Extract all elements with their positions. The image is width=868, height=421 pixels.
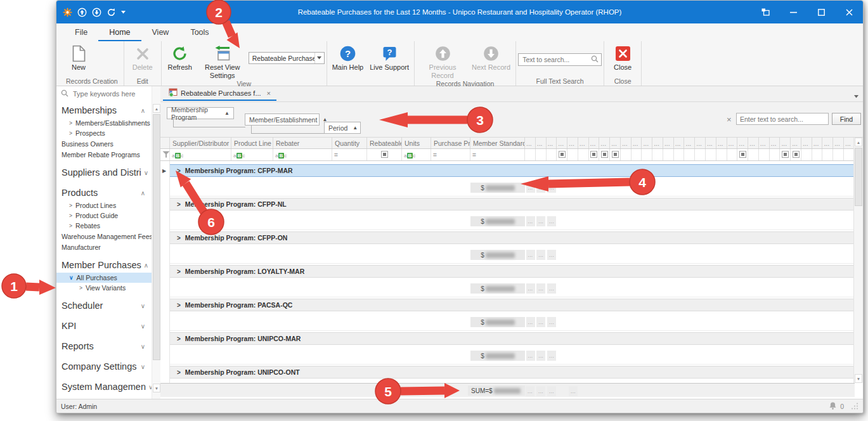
filter-cell-narrow[interactable]: [706, 149, 716, 160]
summary-ellipsis-button[interactable]: ...: [526, 216, 535, 226]
filter-cell-narrow[interactable]: [748, 149, 759, 160]
sidebar-item-all-purchases[interactable]: ∨All Purchases: [56, 273, 152, 283]
filter-cell-narrow[interactable]: [780, 149, 791, 160]
summary-ellipsis-button[interactable]: ...: [526, 317, 535, 327]
column-header-narrow[interactable]: ...: [557, 138, 567, 148]
filter-cell-narrow[interactable]: [791, 149, 801, 160]
column-header-narrow[interactable]: ...: [812, 138, 823, 148]
sidebar-item-suppliers-and-distri[interactable]: Suppliers and Distri∨: [56, 165, 152, 180]
column-header-narrow[interactable]: ...: [695, 138, 706, 148]
total-ellipsis-button[interactable]: ...: [569, 386, 578, 396]
sidebar-item-rebates[interactable]: >Rebates: [56, 221, 152, 231]
nav-down-icon[interactable]: [92, 8, 101, 17]
column-header-narrow[interactable]: ...: [801, 138, 812, 148]
maximize-icon[interactable]: [807, 1, 835, 23]
column-header-rebater[interactable]: Rebater: [273, 138, 332, 148]
groupby-period[interactable]: Period ▲: [324, 122, 361, 134]
grid-search-box[interactable]: [736, 113, 829, 125]
sidebar-item-scheduler[interactable]: Scheduler∨: [56, 298, 152, 313]
filter-cell-narrow[interactable]: [589, 149, 600, 160]
column-header-narrow[interactable]: ...: [610, 138, 621, 148]
menu-tab-view[interactable]: View: [141, 25, 180, 41]
column-header-narrow[interactable]: ...: [684, 138, 695, 148]
filter-cell-narrow[interactable]: [684, 149, 695, 160]
scrollbar-thumb[interactable]: [153, 114, 160, 360]
live-support-button[interactable]: ?Live Support: [366, 43, 412, 72]
column-header-narrow[interactable]: ...: [621, 138, 632, 148]
column-header-narrow[interactable]: ...: [589, 138, 600, 148]
scrollbar-thumb[interactable]: [855, 148, 862, 206]
summary-ellipsis-button[interactable]: ...: [536, 216, 545, 226]
column-header-narrow[interactable]: ...: [567, 138, 578, 148]
column-header-narrow[interactable]: ...: [599, 138, 610, 148]
group-row-pacsa-qc[interactable]: >Membership Program: PACSA-QC: [170, 299, 855, 311]
scroll-up-icon[interactable]: ▲: [855, 138, 862, 146]
scroll-down-icon[interactable]: ▼: [855, 374, 862, 383]
caret-down-icon[interactable]: [121, 11, 126, 14]
column-header-narrow[interactable]: ...: [706, 138, 716, 148]
summary-ellipsis-button[interactable]: ...: [547, 283, 556, 294]
summary-ellipsis-button[interactable]: ...: [536, 351, 545, 361]
column-header-narrow[interactable]: ...: [652, 138, 663, 148]
column-header-narrow[interactable]: ...: [780, 138, 791, 148]
grid-search-input[interactable]: [737, 115, 828, 123]
tab-list-caret-icon[interactable]: [854, 92, 858, 100]
filter-cell-narrow[interactable]: [599, 149, 610, 160]
column-header-narrow[interactable]: ...: [716, 138, 727, 148]
column-header-narrow[interactable]: ...: [674, 138, 685, 148]
column-header-narrow[interactable]: ...: [737, 138, 748, 148]
filter-cell-narrow[interactable]: [727, 149, 738, 160]
reset-view-settings-button[interactable]: Reset View Settings: [197, 43, 249, 80]
filter-cell-narrow[interactable]: [621, 149, 632, 160]
column-header-narrow[interactable]: ...: [759, 138, 770, 148]
sidebar-item-reports[interactable]: Reports∨: [56, 339, 152, 354]
tab-rebateable-purchases[interactable]: Rebateable Purchases f...×: [163, 86, 276, 101]
sidebar-scrollbar[interactable]: ▲ ▼: [152, 86, 160, 399]
menu-tab-file[interactable]: File: [64, 25, 98, 41]
sidebar-item-prospects[interactable]: >Prospects: [56, 128, 152, 138]
view-selector-combo[interactable]: Rebateable Purchases f...: [249, 52, 325, 64]
column-header-narrow[interactable]: ...: [822, 138, 833, 148]
filter-gutter-cell[interactable]: [160, 149, 170, 160]
filter-cell-narrow[interactable]: [674, 149, 685, 160]
filter-cell-narrow[interactable]: [759, 149, 770, 160]
sidebar-item-business-owners[interactable]: Business Owners: [56, 138, 152, 149]
column-header-supplier-distributor[interactable]: Supplier/Distributor: [170, 138, 231, 148]
groupby-member-establishment[interactable]: Member/Establishment ▲: [245, 113, 320, 126]
column-header-narrow[interactable]: ...: [663, 138, 674, 148]
close-icon[interactable]: [835, 1, 863, 23]
filter-cell-narrow[interactable]: [652, 149, 663, 160]
main-help-button[interactable]: ?Main Help: [329, 43, 367, 72]
summary-ellipsis-button[interactable]: ...: [526, 183, 535, 193]
total-ellipsis-button[interactable]: ...: [547, 386, 556, 396]
column-header-product-line[interactable]: Product Line: [231, 138, 273, 148]
filter-cell-narrow[interactable]: [567, 149, 578, 160]
sidebar-item-kpi[interactable]: KPI∨: [56, 318, 152, 334]
summary-ellipsis-button[interactable]: ...: [547, 216, 556, 226]
summary-ellipsis-button[interactable]: ...: [547, 183, 556, 193]
filter-cell-narrow[interactable]: [547, 149, 557, 160]
group-row-unipco-ont[interactable]: >Membership Program: UNIPCO-ONT: [170, 366, 855, 379]
summary-ellipsis-button[interactable]: ...: [536, 183, 545, 193]
sidebar-search[interactable]: [56, 86, 152, 101]
filter-cell-narrow[interactable]: [770, 149, 781, 160]
groupby-membership-program[interactable]: Membership Program ▲: [167, 107, 234, 119]
find-button[interactable]: Find: [832, 113, 861, 125]
group-row-cfpp-mar[interactable]: >Membership Program: CFPP-MAR: [170, 164, 855, 177]
filter-cell-quantity[interactable]: =: [332, 149, 367, 160]
scroll-up-icon[interactable]: ▲: [153, 104, 160, 113]
group-row-cfpp-on[interactable]: >Membership Program: CFPP-ON: [170, 231, 855, 244]
column-header-quantity[interactable]: Quantity: [332, 138, 367, 148]
filter-cell-narrow[interactable]: [663, 149, 674, 160]
summary-ellipsis-button[interactable]: ...: [526, 250, 535, 260]
column-header-narrow[interactable]: ...: [632, 138, 642, 148]
minimize-icon[interactable]: [779, 1, 807, 23]
delete-button[interactable]: Delete: [126, 43, 159, 72]
bell-icon[interactable]: [829, 401, 837, 411]
summary-ellipsis-button[interactable]: ...: [536, 317, 545, 327]
filter-cell-narrow[interactable]: [737, 149, 748, 160]
column-header-narrow[interactable]: ...: [770, 138, 781, 148]
column-header-member-standard[interactable]: Member Standard...: [470, 138, 525, 148]
full-text-search-input[interactable]: [521, 55, 591, 64]
column-header-narrow[interactable]: ...: [642, 138, 652, 148]
